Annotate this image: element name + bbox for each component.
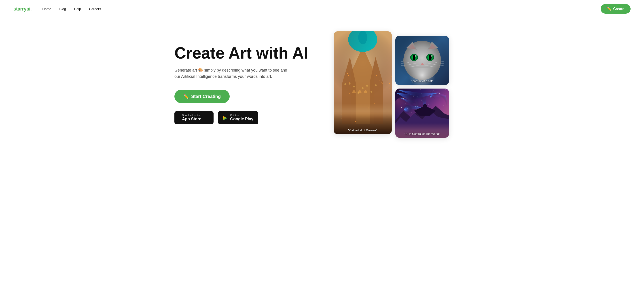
- space-canvas: [395, 88, 449, 138]
- app-store-button[interactable]: Download on the App Store: [174, 111, 214, 124]
- cathedral-card: "Cathedral of Dreams": [334, 31, 392, 134]
- cat-card: "portrait of a cat": [395, 36, 449, 85]
- nav-careers[interactable]: Careers: [89, 7, 101, 11]
- hero-left: Create Art with AI Generate art 🎨 simply…: [174, 45, 313, 124]
- start-icon: ✏️: [183, 94, 189, 99]
- start-label: Start Creating: [191, 94, 221, 99]
- app-store-main-label: App Store: [182, 117, 201, 122]
- google-play-main-label: Google Play: [230, 117, 253, 122]
- nav-help[interactable]: Help: [74, 7, 81, 11]
- space-caption: "AI in Control of The World": [395, 132, 449, 136]
- art-column-left: "Cathedral of Dreams": [334, 31, 392, 134]
- cathedral-caption: "Cathedral of Dreams": [334, 128, 392, 132]
- create-label: Create: [613, 7, 624, 11]
- hero-title: Create Art with AI: [174, 45, 313, 62]
- cathedral-canvas: [334, 31, 392, 134]
- space-card: "AI in Control of The World": [395, 88, 449, 138]
- logo: starryai.: [14, 6, 32, 12]
- art-column-right: "portrait of a cat" "AI in Control of Th…: [395, 36, 449, 138]
- nav-home[interactable]: Home: [42, 7, 51, 11]
- nav-blog[interactable]: Blog: [59, 7, 66, 11]
- nav-links: Home Blog Help Careers: [42, 7, 600, 11]
- create-icon: ✏️: [607, 7, 611, 11]
- store-buttons: Download on the App Store ▶ Get it on Go…: [174, 111, 313, 124]
- app-store-top-label: Download on the: [182, 114, 201, 117]
- start-creating-button[interactable]: ✏️ Start Creating: [174, 90, 230, 103]
- hero-right: "Cathedral of Dreams" "portrait of a cat…: [322, 31, 461, 138]
- cat-canvas: [395, 36, 449, 85]
- logo-dot: .: [30, 6, 32, 12]
- create-button[interactable]: ✏️ Create: [600, 4, 630, 14]
- hero-section: Create Art with AI Generate art 🎨 simply…: [161, 18, 483, 156]
- play-icon: ▶: [223, 114, 228, 121]
- cat-caption: "portrait of a cat": [395, 80, 449, 83]
- logo-text: starryai: [14, 6, 30, 12]
- app-store-text: Download on the App Store: [182, 114, 201, 122]
- google-play-top-label: Get it on: [230, 114, 253, 117]
- google-play-button[interactable]: ▶ Get it on Google Play: [218, 111, 258, 124]
- google-play-text: Get it on Google Play: [230, 114, 253, 122]
- hero-subtitle: Generate art 🎨 simply by describing what…: [174, 67, 291, 80]
